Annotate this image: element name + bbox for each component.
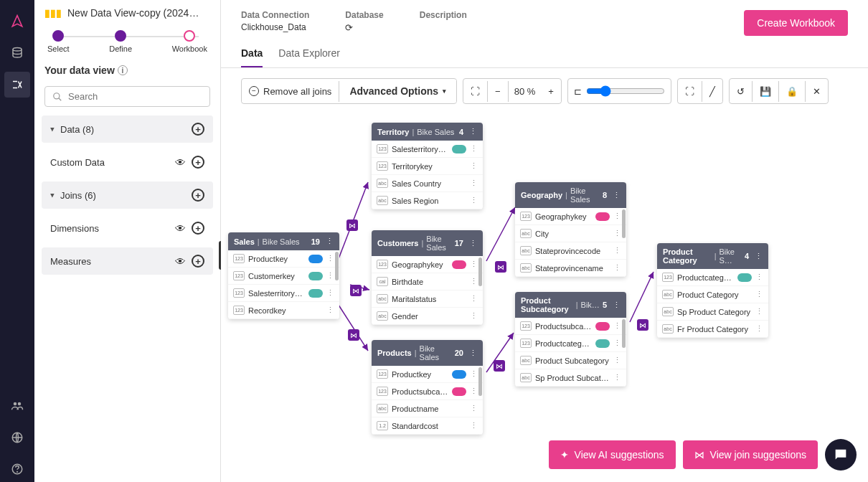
field-row[interactable]: abcStateprovincename⋮ — [515, 260, 626, 277]
table-customers[interactable]: Customers|Bike Sales17⋮123Geographykey⋮c… — [372, 230, 483, 325]
spacing-slider[interactable] — [586, 85, 665, 97]
app-logo[interactable] — [4, 9, 30, 34]
step-define[interactable] — [115, 30, 126, 42]
field-menu-icon[interactable]: ⋮ — [326, 271, 334, 280]
field-menu-icon[interactable]: ⋮ — [470, 260, 478, 269]
panel-joins[interactable]: ▸Joins (6) + — [42, 181, 213, 209]
eye-icon[interactable]: 👁 — [175, 255, 186, 268]
panel-measures[interactable]: Measures 👁+ — [42, 247, 213, 275]
zoom-out-button[interactable]: − — [488, 81, 509, 102]
field-row[interactable]: abcGender⋮ — [372, 308, 483, 325]
table-menu-icon[interactable]: ⋮ — [326, 237, 334, 246]
table-menu-icon[interactable]: ⋮ — [613, 191, 621, 200]
table-product-subcategory[interactable]: Product Subcategory|Bik…5⋮123Productsubc… — [515, 292, 626, 387]
join-badge[interactable]: ⋈ — [348, 329, 359, 341]
field-menu-icon[interactable]: ⋮ — [470, 294, 478, 303]
field-row[interactable]: abcMaritalstatus⋮ — [372, 290, 483, 308]
table-menu-icon[interactable]: ⋮ — [469, 127, 477, 136]
field-row[interactable]: abcProduct Subcategory⋮ — [515, 352, 626, 369]
field-menu-icon[interactable]: ⋮ — [613, 246, 621, 255]
model-icon[interactable] — [4, 72, 30, 98]
table-menu-icon[interactable]: ⋮ — [469, 239, 477, 248]
lock-button[interactable]: 🔒 — [779, 81, 806, 102]
field-menu-icon[interactable]: ⋮ — [755, 324, 763, 334]
field-menu-icon[interactable]: ⋮ — [326, 288, 334, 298]
field-row[interactable]: 123Productkey⋮ — [372, 366, 483, 383]
field-row[interactable]: abcSp Product Category⋮ — [657, 303, 768, 321]
panel-data[interactable]: ▸Data (8) + — [42, 115, 213, 143]
line-toggle-button[interactable]: ╱ — [702, 81, 722, 102]
field-row[interactable]: 123Productsubcat…⋮ — [515, 318, 626, 335]
field-row[interactable]: abcSales Country⋮ — [372, 175, 483, 192]
help-icon[interactable] — [4, 456, 30, 482]
globe-icon[interactable] — [4, 425, 30, 450]
tab-data-explorer[interactable]: Data Explorer — [278, 40, 340, 67]
panel-dimensions[interactable]: Dimensions 👁+ — [42, 214, 213, 242]
field-row[interactable]: abcSales Region⋮ — [372, 192, 483, 209]
field-menu-icon[interactable]: ⋮ — [470, 277, 478, 286]
field-menu-icon[interactable]: ⋮ — [470, 196, 478, 205]
info-icon[interactable]: i — [118, 65, 128, 75]
search-box[interactable] — [44, 86, 210, 107]
eye-icon[interactable]: 👁 — [175, 156, 186, 169]
table-menu-icon[interactable]: ⋮ — [469, 349, 477, 358]
refresh-icon[interactable]: ⟳ — [345, 22, 353, 33]
view-ai-suggestions-button[interactable]: ✦View AI suggestions — [549, 440, 676, 469]
field-row[interactable]: 123Productkey⋮ — [228, 250, 339, 268]
step-select[interactable] — [52, 30, 64, 42]
field-menu-icon[interactable]: ⋮ — [326, 254, 334, 263]
field-menu-icon[interactable]: ⋮ — [613, 321, 621, 331]
view-join-suggestions-button[interactable]: ⋈View join suggestions — [683, 440, 818, 469]
advanced-options-dropdown[interactable]: Advanced Options ▾ — [339, 80, 456, 103]
field-menu-icon[interactable]: ⋮ — [613, 263, 621, 273]
field-menu-icon[interactable]: ⋮ — [755, 307, 763, 316]
field-menu-icon[interactable]: ⋮ — [470, 387, 478, 396]
field-row[interactable]: 123Productcategoryk…⋮ — [657, 269, 768, 286]
join-badge[interactable]: ⋈ — [494, 360, 505, 372]
field-menu-icon[interactable]: ⋮ — [613, 373, 621, 382]
field-menu-icon[interactable]: ⋮ — [470, 369, 478, 379]
field-row[interactable]: calBirthdate⋮ — [372, 273, 483, 290]
field-row[interactable]: 123Geographykey⋮ — [515, 208, 626, 225]
field-row[interactable]: 123Customerkey⋮ — [228, 268, 339, 285]
users-icon[interactable] — [4, 393, 30, 419]
scrollbar[interactable] — [478, 257, 482, 286]
field-menu-icon[interactable]: ⋮ — [613, 339, 621, 348]
scrollbar[interactable] — [622, 319, 626, 348]
field-row[interactable]: 1.2Standardcost⋮ — [372, 417, 483, 435]
scrollbar[interactable] — [622, 209, 626, 238]
add-measure-icon[interactable]: + — [192, 255, 204, 268]
table-sales[interactable]: Sales|Bike Sales19⋮123Productkey⋮123Cust… — [228, 232, 339, 319]
close-button[interactable]: ✕ — [806, 81, 828, 102]
fullscreen-button[interactable]: ⛶ — [678, 81, 702, 102]
chat-button[interactable] — [825, 439, 857, 471]
fit-icon[interactable]: ⛶ — [463, 81, 488, 102]
join-badge[interactable]: ⋈ — [346, 219, 358, 231]
step-workbook[interactable] — [184, 30, 195, 42]
schema-canvas[interactable]: ⋈ ⋈ ⋈ ⋈ ⋈ ⋈ Sales|Bike Sales19⋮123Produc… — [221, 114, 868, 482]
field-row[interactable]: 123Geographykey⋮ — [372, 256, 483, 273]
field-menu-icon[interactable]: ⋮ — [470, 311, 478, 321]
db-icon[interactable] — [4, 40, 30, 66]
remove-joins-button[interactable]: −Remove all joins — [242, 81, 339, 102]
field-menu-icon[interactable]: ⋮ — [470, 421, 478, 430]
add-data-icon[interactable]: + — [192, 123, 204, 136]
table-territory[interactable]: Territory|Bike Sales4⋮123Salesterritoryk… — [372, 123, 483, 209]
table-products[interactable]: Products|Bike Sales20⋮123Productkey⋮123P… — [372, 340, 483, 435]
add-dim-icon[interactable]: + — [192, 222, 204, 235]
table-menu-icon[interactable]: ⋮ — [755, 252, 763, 261]
field-menu-icon[interactable]: ⋮ — [470, 179, 478, 188]
save-button[interactable]: 💾 — [753, 81, 779, 102]
field-row[interactable]: 123Productsubcat…⋮ — [372, 383, 483, 400]
field-row[interactable]: 123Productcatego…⋮ — [515, 335, 626, 352]
add-join-icon[interactable]: + — [192, 189, 204, 202]
scrollbar[interactable] — [478, 367, 482, 396]
table-product-category[interactable]: Product Category|Bike S…4⋮123Productcate… — [657, 243, 768, 338]
field-row[interactable]: 123Salesterritorykey⋮ — [372, 141, 483, 158]
scrollbar[interactable] — [335, 252, 339, 280]
field-menu-icon[interactable]: ⋮ — [755, 273, 763, 282]
field-row[interactable]: abcProductname⋮ — [372, 400, 483, 417]
table-menu-icon[interactable]: ⋮ — [613, 301, 621, 310]
field-menu-icon[interactable]: ⋮ — [613, 356, 621, 365]
field-row[interactable]: 123Salesterritoryk…⋮ — [228, 285, 339, 302]
